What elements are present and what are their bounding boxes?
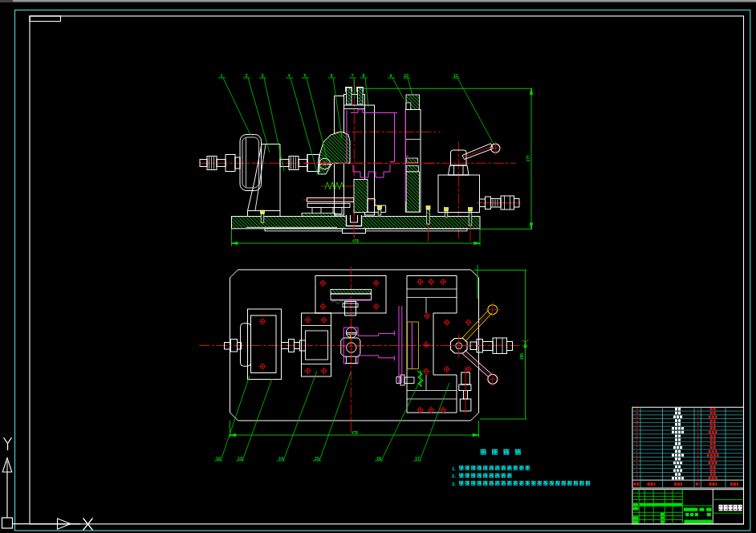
svg-text:11: 11: [453, 73, 458, 78]
svg-text:14: 14: [278, 456, 284, 461]
svg-text:17: 17: [415, 456, 420, 461]
svg-text:2: 2: [245, 73, 247, 78]
svg-text:177: 177: [526, 155, 530, 161]
svg-text:5: 5: [303, 73, 306, 78]
svg-text:1: 1: [220, 73, 222, 78]
svg-text:6: 6: [330, 73, 332, 78]
svg-text:8: 8: [362, 73, 364, 78]
svg-text:7: 7: [351, 73, 353, 78]
svg-text:265: 265: [520, 353, 524, 360]
svg-text:478: 478: [352, 239, 359, 243]
svg-text:9: 9: [389, 73, 392, 78]
svg-text:478: 478: [352, 431, 358, 435]
svg-text:3: 3: [261, 73, 263, 78]
svg-text:1.: 1.: [452, 466, 456, 471]
svg-text:10: 10: [404, 73, 408, 78]
svg-text:3.: 3.: [452, 481, 456, 486]
svg-text:15: 15: [315, 456, 319, 461]
svg-text:16: 16: [376, 456, 381, 461]
svg-text:2.: 2.: [452, 473, 456, 478]
svg-text:13: 13: [238, 456, 242, 461]
svg-text:12: 12: [216, 456, 221, 461]
